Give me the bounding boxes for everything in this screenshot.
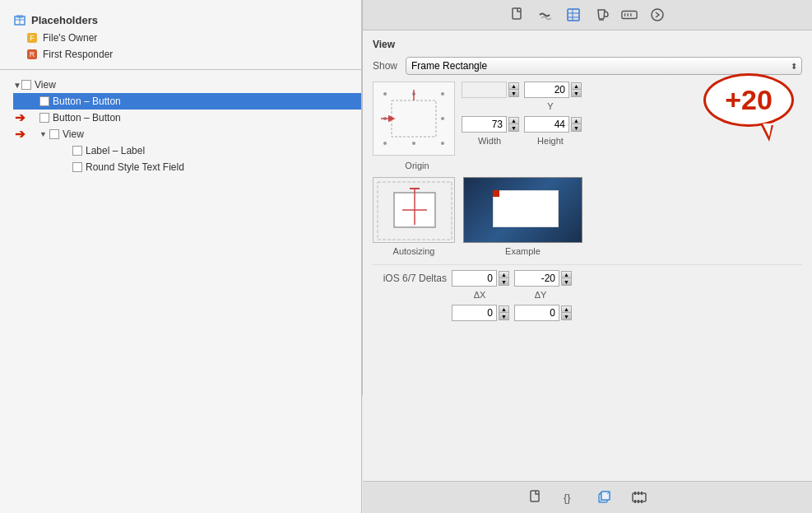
svg-rect-40 xyxy=(531,491,539,501)
row-wrapper-3: ➔ ▼ View xyxy=(13,126,361,142)
autosizing-label: Autosizing xyxy=(393,246,435,256)
delta-x-input[interactable] xyxy=(452,270,497,287)
balloon-text-container: +20 xyxy=(703,73,794,127)
view-child-triangle: ▼ xyxy=(39,130,48,138)
height-field: ▲ ▼ xyxy=(524,116,582,133)
svg-rect-49 xyxy=(634,492,636,495)
dwidth-down[interactable]: ▼ xyxy=(499,313,509,320)
dwidth-field: ▲ ▼ xyxy=(452,305,509,321)
example-section: Example xyxy=(463,177,582,256)
autosizing-section: Autosizing xyxy=(373,177,455,256)
svg-text:F: F xyxy=(30,34,35,42)
delta-y-input[interactable] xyxy=(514,270,559,287)
toolbar-tilde-icon[interactable] xyxy=(537,7,554,23)
toolbar-link-icon[interactable] xyxy=(621,7,638,23)
toolbar-file-icon[interactable] xyxy=(509,7,526,23)
placeholders-header: Placeholders xyxy=(0,10,361,30)
right-panel: View Show Frame Rectangle ⬍ xyxy=(363,0,812,513)
svg-rect-9 xyxy=(568,9,579,21)
sidebar-item-files-owner[interactable]: F File's Owner xyxy=(0,30,361,46)
bottom-file-icon[interactable] xyxy=(527,488,545,506)
toolbar-cup-icon[interactable] xyxy=(593,7,610,23)
delta-y-down[interactable]: ▼ xyxy=(561,278,572,286)
bottom-filmstrip-icon[interactable] xyxy=(630,488,648,506)
y-label: Y xyxy=(522,101,578,111)
delta-x-field: ▲ ▼ xyxy=(452,270,509,287)
divider xyxy=(0,69,361,70)
width-stepper-down[interactable]: ▼ xyxy=(508,124,519,132)
balloon-annotation: +20 xyxy=(703,73,794,127)
delta-x-label: ΔX xyxy=(452,290,508,300)
dheight-up[interactable]: ▲ xyxy=(561,305,572,313)
dheight-input[interactable] xyxy=(514,305,559,321)
button1-label: Button – Button xyxy=(53,96,121,107)
dheight-stepper: ▲ ▼ xyxy=(561,305,572,320)
second-delta-row: ▲ ▼ ▲ ▼ xyxy=(373,305,802,321)
x-spacer xyxy=(462,101,517,111)
sidebar-item-view-root[interactable]: ▼ View xyxy=(0,77,361,93)
toolbar-table-icon[interactable] xyxy=(565,7,582,23)
first-responder-label: First Responder xyxy=(43,49,113,60)
bottom-toolbar: {} xyxy=(363,481,812,513)
delta-y-up[interactable]: ▲ xyxy=(561,271,572,278)
section-title: View xyxy=(373,39,802,50)
delta-x-down[interactable]: ▼ xyxy=(499,278,509,286)
show-dropdown[interactable]: Frame Rectangle xyxy=(406,57,802,75)
example-white-rect xyxy=(493,190,559,227)
x-stepper-up[interactable]: ▲ xyxy=(508,82,519,90)
svg-rect-27 xyxy=(392,100,436,137)
height-stepper-up[interactable]: ▲ xyxy=(571,117,582,124)
bottom-braces-icon[interactable]: {} xyxy=(561,488,579,506)
svg-rect-8 xyxy=(513,8,521,19)
svg-text:{}: {} xyxy=(564,492,571,504)
show-dropdown-wrapper: Frame Rectangle ⬍ xyxy=(406,57,802,75)
y-stepper-down[interactable]: ▼ xyxy=(571,90,582,97)
dheight-down[interactable]: ▼ xyxy=(561,313,572,320)
dwidth-stepper: ▲ ▼ xyxy=(499,305,509,320)
view-checkbox xyxy=(21,80,31,90)
dwidth-input[interactable] xyxy=(452,305,497,321)
view-child-label: View xyxy=(63,128,84,140)
sidebar-item-label[interactable]: Label – Label xyxy=(26,142,361,159)
sidebar-item-button-2[interactable]: Button – Button xyxy=(13,110,361,126)
toolbar-arrow-icon[interactable] xyxy=(649,7,666,23)
pos-size-wrapper: ▲ ▼ ▲ ▼ xyxy=(373,82,802,170)
tree-children: ➔ Button – Button ➔ Button – Button ➔ ▼ … xyxy=(13,93,361,175)
delta-labels-row: ΔX ΔY xyxy=(373,290,802,300)
width-stepper-up[interactable]: ▲ xyxy=(508,117,519,124)
ios-deltas-label: iOS 6/7 Deltas xyxy=(373,273,447,284)
x-input[interactable] xyxy=(462,82,507,98)
y-input[interactable] xyxy=(524,82,569,98)
svg-rect-53 xyxy=(638,500,639,503)
bottom-cube-icon[interactable] xyxy=(596,488,614,506)
sidebar-item-first-responder[interactable]: R First Responder xyxy=(0,46,361,63)
view-child-checkbox xyxy=(49,129,59,139)
wh-label-row: Width Height xyxy=(462,136,802,146)
svg-text:R: R xyxy=(30,50,35,58)
svg-rect-14 xyxy=(622,11,637,18)
height-stepper: ▲ ▼ xyxy=(571,117,582,132)
sidebar-item-textfield[interactable]: Round Style Text Field xyxy=(26,159,361,175)
svg-point-21 xyxy=(441,92,444,96)
button2-checkbox xyxy=(39,113,49,123)
sidebar-item-view-child[interactable]: ▼ View xyxy=(13,126,361,142)
left-panel: Placeholders F File's Owner R First Resp… xyxy=(0,0,362,513)
view-root-label: View xyxy=(35,79,56,91)
svg-rect-51 xyxy=(641,492,643,495)
responder-icon: R xyxy=(26,49,38,60)
svg-point-18 xyxy=(652,9,663,21)
example-red-dot xyxy=(493,190,499,197)
delta-x-up[interactable]: ▲ xyxy=(499,271,509,278)
textfield-checkbox xyxy=(72,162,82,172)
owner-icon: F xyxy=(26,32,38,44)
width-input[interactable] xyxy=(462,116,507,133)
height-stepper-down[interactable]: ▼ xyxy=(571,124,582,132)
height-input[interactable] xyxy=(524,116,569,133)
x-stepper-down[interactable]: ▼ xyxy=(508,90,519,97)
sidebar-item-button-1[interactable]: Button – Button xyxy=(13,93,361,110)
svg-rect-54 xyxy=(641,500,643,503)
width-label: Width xyxy=(462,136,517,146)
dwidth-up[interactable]: ▲ xyxy=(499,305,509,313)
button2-label: Button – Button xyxy=(53,112,121,124)
y-stepper-up[interactable]: ▲ xyxy=(571,82,582,90)
